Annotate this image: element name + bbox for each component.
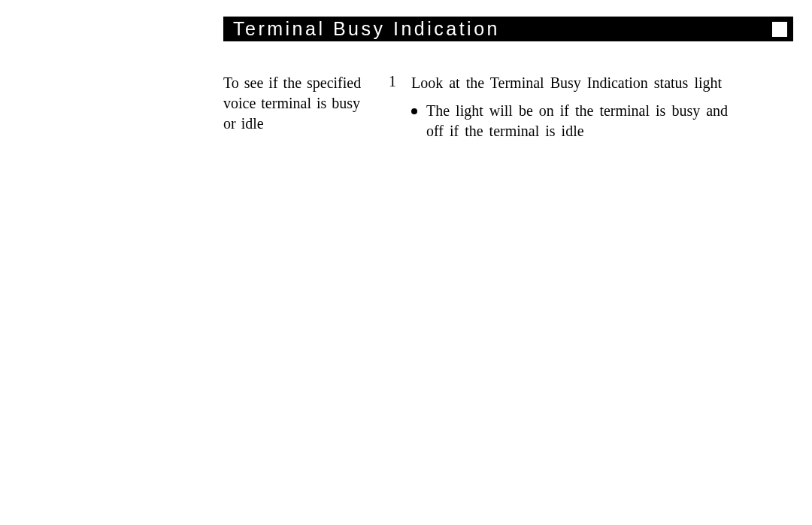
main-steps: 1 Look at the Terminal Busy Indication s… — [389, 73, 741, 141]
sidebar: To see if the specified voice terminal i… — [223, 73, 366, 141]
step-item: 1 Look at the Terminal Busy Indication s… — [389, 73, 741, 93]
step-number: 1 — [389, 73, 398, 93]
bullet-item: The light will be on if the terminal is … — [411, 101, 741, 141]
bullet-text: The light will be on if the terminal is … — [426, 101, 741, 141]
bullet-icon — [411, 108, 417, 114]
header-box-icon — [772, 22, 787, 37]
header-bar: Terminal Busy Indication — [223, 17, 793, 41]
sidebar-description: To see if the specified voice terminal i… — [223, 73, 366, 134]
page-title: Terminal Busy Indication — [233, 18, 500, 40]
step-text: Look at the Terminal Busy Indication sta… — [411, 73, 722, 93]
content-area: To see if the specified voice terminal i… — [223, 73, 741, 141]
